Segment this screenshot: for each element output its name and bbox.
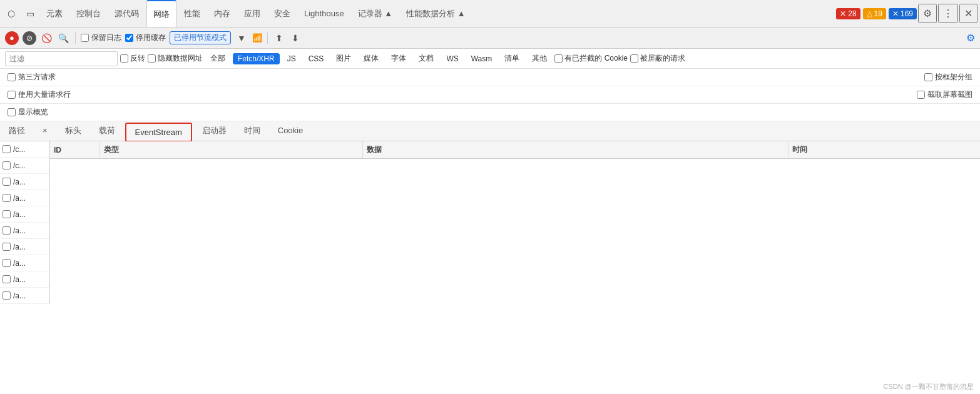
group-by-frame-option[interactable]: 按框架分组	[924, 72, 972, 83]
tab-sources[interactable]: 源代码	[108, 0, 145, 27]
top-nav: ⬡ ▭ 元素 控制台 源代码 网络 性能 内存 应用 安全 Lighthouse…	[0, 0, 980, 28]
close-icon[interactable]: ✕	[959, 4, 977, 23]
filter-wasm[interactable]: Wasm	[466, 53, 498, 64]
row-checkbox[interactable]	[3, 161, 11, 169]
filter-input[interactable]	[5, 51, 118, 66]
filter-blocked-requests[interactable]: 被屏蔽的请求	[630, 53, 685, 64]
list-item[interactable]: /a...	[0, 190, 49, 206]
disable-cache-label[interactable]: 停用缓存	[125, 33, 166, 43]
stop-button[interactable]: ⊘	[23, 31, 36, 45]
filter-font[interactable]: 字体	[386, 52, 411, 65]
nav-badges: ✕ 28 △ 19 ✕ 169	[836, 8, 917, 19]
search-button[interactable]: 🔍	[57, 32, 70, 44]
filter-invert[interactable]: 反转	[120, 53, 145, 64]
list-item[interactable]: /a...	[0, 239, 49, 255]
filter-hide-data-urls[interactable]: 隐藏数据网址	[148, 53, 203, 64]
list-item[interactable]: /c...	[0, 158, 49, 174]
row-checkbox[interactable]	[3, 178, 11, 186]
clear-button[interactable]: 🚫	[40, 32, 53, 44]
box-icon[interactable]: ▭	[21, 5, 39, 23]
row-checkbox[interactable]	[3, 275, 11, 283]
tab-memory[interactable]: 内存	[208, 0, 237, 27]
keep-log-label[interactable]: 保留日志	[81, 33, 121, 43]
tab-application[interactable]: 应用	[238, 0, 267, 27]
tab-lighthouse[interactable]: Lighthouse	[298, 0, 350, 27]
info-count: 169	[901, 9, 913, 18]
filter-other[interactable]: 其他	[527, 52, 552, 65]
warn-badge[interactable]: △ 19	[863, 8, 886, 19]
cursor-icon[interactable]: ⬡	[3, 5, 20, 23]
tab-recorder[interactable]: 记录器 ▲	[352, 0, 399, 27]
divider2	[267, 33, 268, 44]
sub-tabs: 路径 × 标头 载荷 EventStream 启动器 时间 Cookie	[0, 121, 980, 141]
filter-css[interactable]: CSS	[304, 53, 329, 64]
options-row-2: 使用大量请求行 截取屏幕截图	[0, 86, 980, 104]
event-col-headers: ID 类型 数据 时间	[50, 141, 980, 159]
upload-icon[interactable]: ⬆	[273, 32, 285, 44]
row-checkbox[interactable]	[3, 243, 11, 251]
error-icon: ✕	[840, 9, 846, 18]
list-item[interactable]: /c...	[0, 141, 49, 158]
filter-ws[interactable]: WS	[441, 53, 463, 64]
disable-cache-checkbox[interactable]	[125, 34, 133, 42]
keep-log-checkbox[interactable]	[81, 34, 89, 42]
list-item[interactable]: /a...	[0, 174, 49, 190]
row-checkbox[interactable]	[3, 145, 11, 153]
sub-tab-cookie[interactable]: Cookie	[269, 121, 312, 141]
filter-js[interactable]: JS	[282, 53, 301, 64]
screenshot-checkbox[interactable]	[917, 91, 925, 99]
sub-tab-eventstream[interactable]: EventStream	[125, 123, 192, 142]
settings-icon[interactable]: ⚙	[918, 4, 937, 23]
list-item[interactable]: /a...	[0, 271, 49, 288]
large-rows-option[interactable]: 使用大量请求行	[8, 89, 71, 100]
tab-performance-insights[interactable]: 性能数据分析 ▲	[400, 0, 471, 27]
row-path: /a...	[13, 259, 26, 268]
filter-manifest[interactable]: 清单	[499, 52, 524, 65]
tab-performance[interactable]: 性能	[178, 0, 207, 27]
list-item[interactable]: /a...	[0, 223, 49, 239]
filter-doc[interactable]: 文档	[414, 52, 439, 65]
group-by-frame-checkbox[interactable]	[924, 73, 932, 81]
overview-option[interactable]: 显示概览	[8, 107, 48, 118]
row-checkbox[interactable]	[3, 291, 11, 300]
warn-count: 19	[874, 9, 882, 18]
col-header-id: ID	[50, 141, 100, 158]
list-item[interactable]: /a...	[0, 206, 49, 223]
filter-img[interactable]: 图片	[331, 52, 356, 65]
download-icon[interactable]: ⬇	[289, 32, 302, 44]
sub-tab-timing[interactable]: 时间	[235, 121, 269, 141]
tab-network[interactable]: 网络	[146, 0, 176, 27]
filter-blocked-cookies[interactable]: 有已拦截的 Cookie	[554, 53, 628, 64]
tab-console[interactable]: 控制台	[70, 0, 107, 27]
third-party-checkbox[interactable]	[8, 73, 16, 81]
throttle-dropdown-icon[interactable]: ▼	[235, 32, 248, 44]
sub-tab-x[interactable]: ×	[34, 121, 56, 141]
filter-media[interactable]: 媒体	[359, 52, 384, 65]
list-item[interactable]: /a...	[0, 288, 49, 304]
tab-security[interactable]: 安全	[268, 0, 297, 27]
error-badge[interactable]: ✕ 28	[836, 8, 860, 19]
toolbar: ● ⊘ 🚫 🔍 保留日志 停用缓存 已停用节流模式 ▼ 📶 ⬆ ⬇ ⚙	[0, 28, 980, 49]
third-party-option[interactable]: 第三方请求	[8, 72, 56, 83]
record-button[interactable]: ●	[5, 31, 19, 45]
sub-tab-path[interactable]: 路径	[0, 121, 34, 141]
tab-elements[interactable]: 元素	[40, 0, 69, 27]
filter-fetch-xhr[interactable]: Fetch/XHR	[233, 53, 280, 64]
large-rows-checkbox[interactable]	[8, 91, 16, 99]
row-checkbox[interactable]	[3, 226, 11, 235]
network-settings-icon[interactable]: ⚙	[966, 32, 975, 44]
screenshot-option[interactable]: 截取屏幕截图	[917, 89, 972, 100]
row-path: /a...	[13, 243, 26, 251]
info-badge[interactable]: ✕ 169	[889, 8, 917, 19]
overview-checkbox[interactable]	[8, 108, 16, 116]
filter-all[interactable]: 全部	[205, 52, 230, 65]
row-checkbox[interactable]	[3, 259, 11, 267]
filter-bar: 反转 隐藏数据网址 全部 Fetch/XHR JS CSS 图片 媒体 字体 文…	[0, 49, 980, 69]
sub-tab-initiator[interactable]: 启动器	[193, 121, 235, 141]
sub-tab-payload[interactable]: 载荷	[90, 121, 124, 141]
list-item[interactable]: /a...	[0, 255, 49, 271]
more-icon[interactable]: ⋮	[938, 4, 958, 23]
sub-tab-headers[interactable]: 标头	[56, 121, 90, 141]
row-checkbox[interactable]	[3, 210, 11, 218]
row-checkbox[interactable]	[3, 194, 11, 202]
